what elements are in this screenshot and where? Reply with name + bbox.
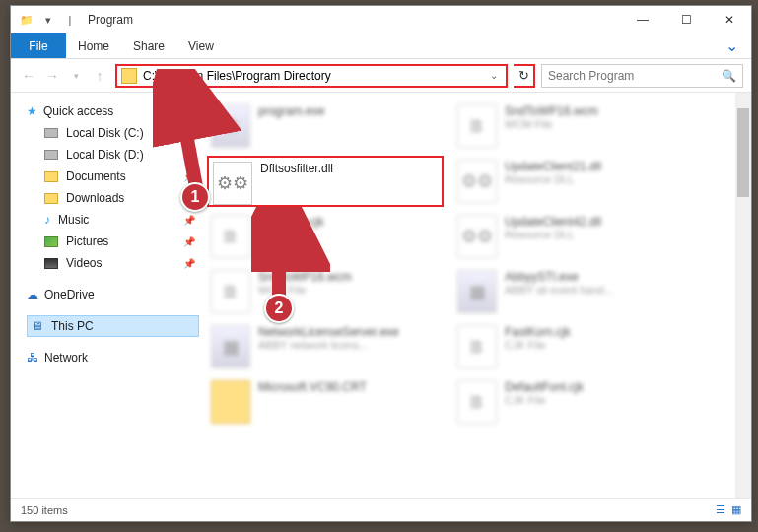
file-item[interactable]: ▦NetworkLicenseServer.exeABBY network li…: [207, 321, 444, 372]
thispc-group: 🖥This PC: [27, 315, 199, 337]
dll-icon: ⚙⚙: [457, 215, 497, 258]
quick-access-toolbar: 📁 ▾ |: [17, 10, 80, 30]
pin-icon: 📌: [183, 236, 195, 247]
navigation-pane: ★Quick access Local Disk (C:)📌 Local Dis…: [11, 93, 203, 498]
search-box[interactable]: 🔍: [541, 64, 743, 88]
file-icon: 🗎: [211, 270, 250, 313]
onedrive-group: ☁OneDrive: [27, 288, 199, 301]
quick-access-header[interactable]: ★Quick access: [27, 104, 199, 118]
details-view-icon[interactable]: ☰: [716, 503, 725, 516]
file-item[interactable]: 🗎FastKorn.cjkCJK File: [207, 211, 444, 262]
pin-icon: 📌: [183, 128, 195, 139]
folder-icon: [44, 193, 58, 204]
window-title: Program: [88, 13, 133, 27]
forward-button[interactable]: →: [42, 66, 62, 86]
file-item[interactable]: 🗎DefaultFont.cjkCJK File: [453, 376, 690, 428]
file-item[interactable]: ⚙program.exe: [207, 100, 444, 152]
exe-icon: ⚙: [211, 104, 250, 148]
sidebar-item-pictures[interactable]: Pictures📌: [27, 231, 199, 252]
sidebar-item-onedrive[interactable]: ☁OneDrive: [27, 288, 199, 301]
file-item[interactable]: 🗎SndToWP16.wcmWCM File: [207, 266, 444, 317]
explorer-window: 📁 ▾ | Program — ☐ ✕ File Home Share View…: [10, 5, 752, 522]
up-button[interactable]: ↑: [90, 66, 109, 86]
close-button[interactable]: ✕: [708, 6, 751, 33]
file-icon: 🗎: [457, 325, 497, 368]
network-group: 🖧Network: [27, 351, 199, 365]
file-grid: ⚙program.exe 🗎SndToWP16.wcmWCM File ⚙⚙Df…: [207, 100, 747, 428]
chevron-down-icon[interactable]: ⌄: [490, 70, 498, 81]
music-icon: ♪: [44, 213, 50, 227]
sidebar-item-downloads[interactable]: Downloads📌: [27, 187, 199, 209]
file-item-highlighted[interactable]: ⚙⚙Dfltsosfilter.dll: [207, 156, 444, 207]
file-item[interactable]: Microsoft.VC90.CRT: [207, 376, 444, 428]
star-icon: ★: [27, 104, 37, 118]
folder-icon: [121, 68, 137, 84]
file-item[interactable]: ▦AbbyySTI.exeABBY sti event hand...: [453, 266, 690, 317]
chevron-down-icon: ⌄: [725, 36, 738, 55]
file-item[interactable]: ⚙⚙UpdateClient42.dllResource DLL: [453, 211, 690, 262]
icons-view-icon[interactable]: ▦: [731, 503, 741, 516]
pin-icon: 📌: [183, 215, 195, 226]
pc-icon: 🖥: [32, 319, 43, 333]
divider-icon: |: [60, 10, 80, 30]
share-tab[interactable]: Share: [121, 33, 176, 58]
quick-access-group: ★Quick access Local Disk (C:)📌 Local Dis…: [27, 104, 199, 274]
dll-icon: ⚙⚙: [213, 162, 252, 205]
file-list-pane: ⚙program.exe 🗎SndToWP16.wcmWCM File ⚙⚙Df…: [203, 93, 751, 498]
sidebar-item-network[interactable]: 🖧Network: [27, 351, 199, 365]
sidebar-item-local-disk-d[interactable]: Local Disk (D:)📌: [27, 144, 199, 166]
search-icon: 🔍: [722, 69, 736, 83]
recent-dropdown[interactable]: ▾: [66, 66, 86, 86]
window-controls: — ☐ ✕: [621, 6, 751, 33]
sidebar-item-local-disk-c[interactable]: Local Disk (C:)📌: [27, 122, 199, 144]
file-item[interactable]: ⚙⚙UpdateClient21.dllResource DLL: [453, 156, 690, 207]
dropdown-icon[interactable]: ▾: [38, 10, 58, 30]
exe-icon: ▦: [457, 270, 497, 313]
cloud-icon: ☁: [27, 288, 38, 301]
address-bar[interactable]: ⌄: [115, 64, 508, 88]
pin-icon: 📌: [183, 171, 195, 182]
network-icon: 🖧: [27, 351, 38, 365]
search-input[interactable]: [548, 69, 722, 83]
folder-icon: [211, 380, 250, 424]
dll-icon: ⚙⚙: [457, 160, 497, 203]
file-icon: 🗎: [457, 380, 497, 424]
file-icon: 🗎: [211, 215, 250, 258]
file-item[interactable]: 🗎FastKorn.cjkCJK File: [453, 321, 690, 372]
nav-arrows: ← → ▾ ↑: [19, 66, 109, 86]
status-bar: 150 items ☰ ▦: [11, 498, 751, 521]
ribbon: File Home Share View ⌄: [11, 33, 751, 59]
file-icon: 🗎: [457, 104, 497, 148]
sidebar-item-this-pc[interactable]: 🖥This PC: [27, 315, 199, 337]
refresh-button[interactable]: ↻: [514, 64, 535, 88]
file-tab[interactable]: File: [11, 33, 66, 58]
pin-icon: 📌: [183, 150, 195, 161]
titlebar: 📁 ▾ | Program — ☐ ✕: [11, 6, 751, 33]
folder-icon: [44, 171, 58, 182]
scrollbar-thumb[interactable]: [737, 108, 749, 197]
back-button[interactable]: ←: [19, 66, 38, 86]
view-tab[interactable]: View: [176, 33, 226, 58]
ribbon-expand-button[interactable]: ⌄: [712, 33, 751, 58]
vertical-scrollbar[interactable]: [735, 93, 751, 498]
videos-icon: [44, 258, 58, 269]
address-input[interactable]: [143, 69, 484, 83]
view-mode-buttons: ☰ ▦: [716, 503, 741, 516]
exe-icon: ▦: [211, 325, 250, 368]
sidebar-item-documents[interactable]: Documents📌: [27, 166, 199, 187]
folder-icon: 📁: [17, 10, 36, 30]
item-count: 150 items: [21, 504, 68, 516]
navigation-bar: ← → ▾ ↑ ⌄ ↻ 🔍: [11, 59, 751, 93]
file-item[interactable]: 🗎SndToWP16.wcmWCM File: [453, 100, 690, 152]
maximize-button[interactable]: ☐: [664, 6, 708, 33]
body: ★Quick access Local Disk (C:)📌 Local Dis…: [11, 93, 751, 498]
minimize-button[interactable]: —: [621, 6, 664, 33]
pin-icon: 📌: [183, 193, 195, 204]
home-tab[interactable]: Home: [66, 33, 121, 58]
disk-icon: [44, 128, 58, 138]
pictures-icon: [44, 236, 58, 247]
sidebar-item-music[interactable]: ♪Music📌: [27, 209, 199, 231]
pin-icon: 📌: [183, 258, 195, 269]
disk-icon: [44, 150, 58, 160]
sidebar-item-videos[interactable]: Videos📌: [27, 252, 199, 274]
